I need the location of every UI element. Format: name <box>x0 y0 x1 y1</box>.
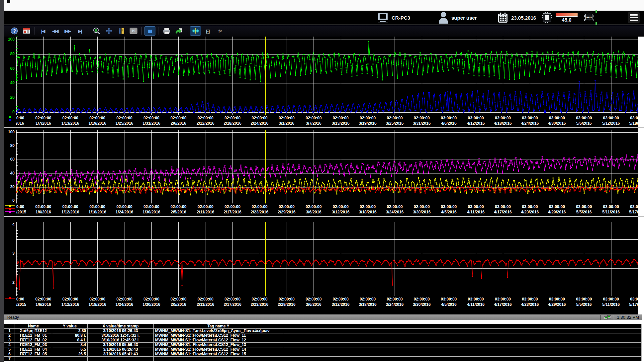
y-axis-tick-label: 3 <box>4 251 15 256</box>
one-to-one-button[interactable]: 1:1 <box>128 26 139 36</box>
x-axis-tick-label: 02:00:003/6/2016 <box>306 297 322 307</box>
legend-table-column-header[interactable]: Name <box>15 324 52 329</box>
legend-table-cell: 3/10/2016 06:26:43 <box>88 329 154 333</box>
legend-table-column-header[interactable] <box>283 324 642 329</box>
trend-chart-3: 43202:00:0012/31/201502:00:001/6/201602:… <box>4 222 644 308</box>
user-icon <box>438 12 448 24</box>
x-axis-tick-label: 03:00:005/17/2016 <box>629 297 638 307</box>
pan-horizontal-button[interactable] <box>190 26 201 36</box>
legend-table-row[interactable]: 4ΠΣΕ12_FM_038.43/10/2016 05:56:43MWNM_MW… <box>4 343 642 347</box>
gpu-status-led-top <box>596 10 597 13</box>
x-axis-tick-label: 03:00:005/11/2016 <box>602 297 620 307</box>
x-axis-tick-label: 02:00:003/24/2016 <box>386 204 404 215</box>
legend-table-cell: 3/10/2016 12:45:32 i. <box>88 333 154 338</box>
x-axis-tick-label: 02:00:002/23/2016 <box>251 204 268 215</box>
gpu-icon: GPU <box>583 11 595 23</box>
window-edge-strip <box>0 0 4 362</box>
legend-table-cell: 7 <box>4 357 15 361</box>
legend-table-cell: 4 <box>4 343 15 347</box>
legend-table-cell: 80.8 i. <box>52 333 88 338</box>
legend-table-column-header[interactable]: Y value <box>52 324 88 329</box>
chart-2-series-legend <box>5 204 16 213</box>
x-axis-tick-label: 02:00:001/31/2016 <box>142 115 160 126</box>
date-text: 23.05.2016 <box>511 15 536 21</box>
chart-2-plot-canvas[interactable] <box>16 130 638 203</box>
legend-table-cell: 8.4 <box>52 343 88 347</box>
legend-table-cell <box>283 347 642 352</box>
legend-table-cell: 2 <box>4 333 15 338</box>
trend-toolbar: ?|◀◀◀▶▶▶|1:1▮▮[-]f× <box>4 25 644 37</box>
function-button[interactable]: f× <box>215 26 226 36</box>
status-bar: Ready 1:30:32 PM <box>4 314 642 320</box>
x-axis-tick-label: 03:00:005/17/2016 <box>629 204 638 215</box>
x-axis-tick-label: 03:00:004/30/2016 <box>548 115 566 126</box>
toolbar-separator <box>158 27 158 35</box>
legend-series-marker <box>5 207 16 210</box>
cpu-load-meter: 45,0 <box>556 13 578 23</box>
zoom-button[interactable] <box>91 26 102 36</box>
legend-table-column-header[interactable]: X value/time stamp <box>88 324 154 329</box>
legend-table-row[interactable]: 2ΠΣΕ12_FM_0180.8 i.3/10/2016 12:45:32 i.… <box>4 333 642 338</box>
legend-table-cell <box>88 357 154 361</box>
legend-table-row[interactable]: 5ΠΣΕ12_FM_046.53/10/2016 06:26:43MWNM_MW… <box>4 347 642 352</box>
x-axis-tick-label: 02:00:001/24/2016 <box>116 204 133 215</box>
y-axis-tick-label: 40 <box>4 171 15 176</box>
x-axis-tick-label: 02:00:002/23/2016 <box>251 297 268 307</box>
x-axis-tick-label: 02:00:003/31/2016 <box>413 115 430 126</box>
x-axis-tick-label: 03:00:004/29/2016 <box>548 204 566 215</box>
computer-info: CR-PC3 <box>377 11 410 25</box>
y-axis-tick-label: 80 <box>4 52 15 57</box>
x-axis-tick-label: 03:00:004/12/2016 <box>467 115 485 126</box>
x-axis-tick-label: 02:00:002/17/2016 <box>224 297 241 307</box>
x-axis-tick-label: 03:00:005/5/2016 <box>576 204 592 215</box>
x-axis-tick-label: 02:00:001/13/2016 <box>61 115 79 126</box>
legend-table-cell: MWNM_MWMN-S1::FlowMeters\LCS12_Flow_15 <box>154 352 283 357</box>
legend-series-marker <box>5 118 16 121</box>
cpu-icon <box>541 12 553 24</box>
legend-table-cell: 3 <box>4 338 15 343</box>
legend-table-cell: 2.80 <box>52 329 88 333</box>
legend-table-cell: 3/10/2016 05:56:43 <box>88 343 154 347</box>
chart-3-plot-canvas[interactable] <box>16 222 638 296</box>
goto-start-button[interactable]: |◀ <box>38 26 48 36</box>
export-button[interactable] <box>173 26 184 36</box>
report-button[interactable] <box>21 26 32 36</box>
x-axis-tick-label: 02:00:001/6/2016 <box>35 297 51 307</box>
chart-3-series-legend <box>5 297 16 300</box>
legend-table-column-header[interactable]: Tag name Y <box>154 324 283 329</box>
legend-table-column-header[interactable] <box>4 324 15 329</box>
calendar-icon <box>498 12 508 23</box>
menu-button[interactable] <box>628 12 640 23</box>
fast-back-button[interactable]: ◀◀ <box>50 26 61 36</box>
legend-table-row[interactable]: 1Στάθμη ΠΣΕ122.803/10/2016 06:26:43MWNM_… <box>4 329 642 333</box>
x-axis-tick-label: 02:00:002/18/2016 <box>224 115 241 126</box>
x-axis-tick-label: 02:00:001/18/2016 <box>88 297 106 307</box>
print-button[interactable] <box>161 26 172 36</box>
legend-table-cell: ΠΣΕ12_FM_04 <box>15 347 52 352</box>
cpu-load-bar <box>556 13 578 17</box>
legend-table-cell: MWNM_MWMN-S1::FlowMeters\LCS12_Flow_14 <box>154 347 283 352</box>
legend-series-marker <box>5 210 16 213</box>
value-range-button[interactable]: [-] <box>202 26 213 36</box>
gpu-info: GPU <box>583 11 595 25</box>
goto-end-button[interactable]: ▶| <box>74 26 85 36</box>
chart-1-plot-canvas[interactable] <box>16 37 638 115</box>
x-axis-tick-label: 02:00:002/24/2016 <box>251 115 268 126</box>
title-strip <box>4 0 644 11</box>
legend-table-cell <box>283 329 642 333</box>
help-icon: ? <box>11 27 18 35</box>
help-button[interactable]: ? <box>9 26 20 36</box>
scale-vertical-button[interactable] <box>116 26 127 36</box>
connection-cell <box>600 315 614 320</box>
pause-button[interactable]: ▮▮ <box>144 26 155 36</box>
pan-move-button[interactable] <box>103 26 114 36</box>
legend-series-marker <box>5 297 16 300</box>
x-axis-tick-label: 02:00:001/6/2016 <box>35 204 51 215</box>
legend-table-cell: 3/10/2016 06:26:43 <box>88 347 154 352</box>
x-axis-tick-label: 02:00:001/30/2016 <box>142 204 160 215</box>
legend-table-row[interactable]: 7 <box>4 357 642 361</box>
x-axis-tick-label: 02:00:002/17/2016 <box>224 204 241 215</box>
legend-table-row[interactable]: 3ΠΣΕ12_FM_028.4 i.3/10/2016 12:45:32 i.M… <box>4 338 642 343</box>
legend-table-row[interactable]: 6ΠΣΕ12_FM_0526.53/10/2016 05:41:43MWNM_M… <box>4 352 642 357</box>
fast-forward-button[interactable]: ▶▶ <box>62 26 73 36</box>
